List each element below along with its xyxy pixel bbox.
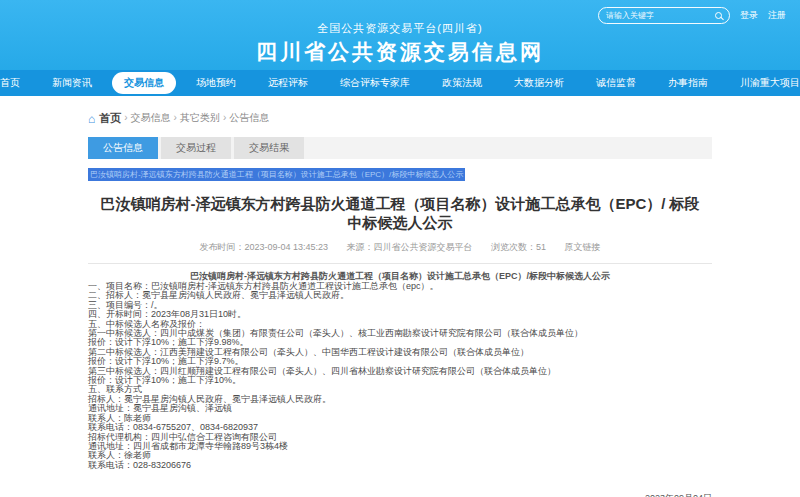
search-icon[interactable] xyxy=(715,12,722,19)
body-line: 联系电话：028-83206676 xyxy=(88,461,712,470)
main-nav: 首页新闻资讯交易信息场地预约远程评标综合评标专家库政策法规大数据分析诚信监督办事… xyxy=(0,70,800,96)
view-count: 浏览次数：51 xyxy=(491,242,546,252)
body-lines: 一、项目名称：巴汝镇哨房村-泽远镇东方村跨县防火通道工程设计施工总承包（epc）… xyxy=(88,282,712,470)
nav-item[interactable]: 综合评标专家库 xyxy=(328,72,422,94)
home-icon: ⌂ xyxy=(88,114,95,124)
nav-item[interactable]: 诚信监督 xyxy=(584,72,648,94)
tab[interactable]: 交易结果 xyxy=(234,137,304,159)
tab-bar: 公告信息交易过程交易结果 xyxy=(88,137,712,159)
nav-item[interactable]: 川渝重大项目 xyxy=(728,72,800,94)
search-box[interactable] xyxy=(598,7,730,24)
publish-time: 发布时间：2023-09-04 13:45:23 xyxy=(199,242,328,252)
article-body: 巴汝镇哨房村-泽远镇东方村跨县防火通道工程（项目名称）设计施工总承包（EPC）/… xyxy=(88,271,712,497)
selected-title-text[interactable]: 巴汝镇哨房村-泽远镇东方村跨县防火通道工程（项目名称）设计施工总承包（EPC）/… xyxy=(88,168,465,181)
nav-item[interactable]: 办事指南 xyxy=(656,72,720,94)
source: 来源：四川省公共资源交易平台 xyxy=(347,242,473,252)
site-title: 四川省公共资源交易信息网 xyxy=(0,38,800,66)
login-link[interactable]: 登录 xyxy=(740,9,758,22)
tab[interactable]: 交易过程 xyxy=(161,137,231,159)
breadcrumb-item[interactable]: 交易信息 xyxy=(124,111,170,126)
article-meta: 发布时间：2023-09-04 13:45:23 来源：四川省公共资源交易平台 … xyxy=(88,241,712,264)
breadcrumb: ⌂ 首页交易信息其它类别公告信息 xyxy=(88,111,712,126)
register-link[interactable]: 注册 xyxy=(768,9,786,22)
body-line: 通讯地址：冕宁县星房沟镇、泽远镇 xyxy=(88,404,712,413)
search-input[interactable] xyxy=(606,11,715,20)
nav-item[interactable]: 远程评标 xyxy=(256,72,320,94)
nav-item[interactable]: 政策法规 xyxy=(430,72,494,94)
body-line: 通讯地址：四川省成都市龙潭寺华翰路89号3栋4楼 xyxy=(88,442,712,451)
breadcrumb-items: 首页交易信息其它类别公告信息 xyxy=(99,111,272,126)
page-title: 巴汝镇哨房村-泽远镇东方村跨县防火通道工程（项目名称）设计施工总承包（EPC）/… xyxy=(88,194,712,232)
breadcrumb-item[interactable]: 其它类别 xyxy=(174,111,220,126)
body-line: 报价：设计下浮10%；施工下浮10%。 xyxy=(88,376,712,385)
nav-item[interactable]: 首页 xyxy=(0,72,32,94)
nav-item[interactable]: 大数据分析 xyxy=(502,72,576,94)
breadcrumb-item[interactable]: 公告信息 xyxy=(223,111,269,126)
content-container: ⌂ 首页交易信息其它类别公告信息 公告信息交易过程交易结果 巴汝镇哨房村-泽远镇… xyxy=(88,111,712,497)
nav-item[interactable]: 交易信息 xyxy=(112,72,176,94)
site-header: 登录 注册 全国公共资源交易平台(四川省) 四川省公共资源交易信息网 xyxy=(0,0,800,70)
nav-item[interactable]: 新闻资讯 xyxy=(40,72,104,94)
header-top-bar: 登录 注册 xyxy=(598,7,786,24)
breadcrumb-item[interactable]: 首页 xyxy=(99,111,121,126)
document-date: 2023年09月04日 xyxy=(88,492,712,497)
nav-item[interactable]: 场地预约 xyxy=(184,72,248,94)
tab[interactable]: 公告信息 xyxy=(88,137,158,159)
origin-link[interactable]: 原文链接 xyxy=(565,242,601,252)
body-line: 二、招标人：冕宁县星房沟镇人民政府、冕宁县泽远镇人民政府。 xyxy=(88,291,712,300)
